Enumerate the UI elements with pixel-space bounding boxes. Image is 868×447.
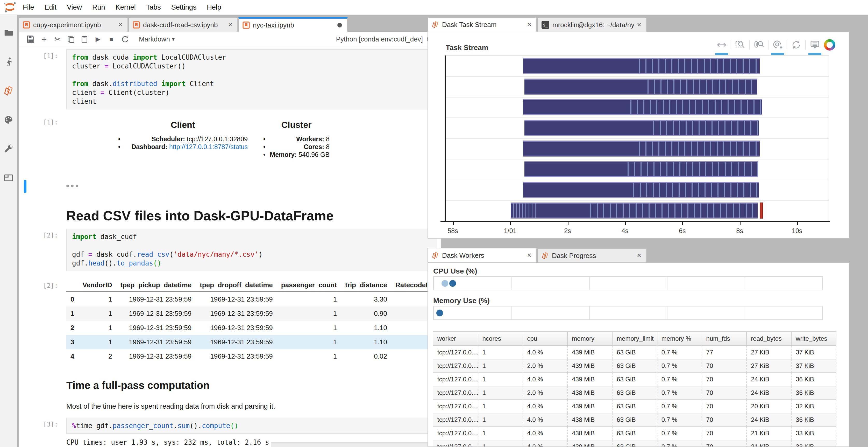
menu-edit[interactable]: Edit — [39, 3, 62, 11]
table-cell: 1.10 — [341, 321, 391, 335]
collapsed-markdown-cell[interactable] — [19, 180, 441, 193]
menu-view[interactable]: View — [62, 3, 87, 11]
tab-dask-workers[interactable]: Dask Workers✕ — [428, 248, 537, 262]
worker-column-header[interactable]: cpu — [523, 332, 568, 346]
dirty-indicator-icon[interactable] — [337, 23, 342, 28]
task-bar[interactable] — [511, 203, 757, 218]
menu-file[interactable]: File — [18, 3, 39, 11]
worker-column-header[interactable]: memory — [567, 332, 612, 346]
notebook-icon — [23, 21, 30, 29]
kernel-name-label[interactable]: Python [conda env:cudf_dev] — [336, 35, 423, 43]
close-icon[interactable]: ✕ — [117, 22, 124, 28]
task-bar[interactable] — [523, 141, 760, 157]
run-cell-button[interactable]: ▶ — [91, 33, 105, 45]
worker-cell: 2.0 % — [523, 359, 568, 372]
menu-settings[interactable]: Settings — [166, 3, 202, 11]
tab-dask-cudf-read-csv-ipynb[interactable]: dask-cudf-read-csv.ipynb✕ — [128, 18, 238, 32]
client-heading: Client — [118, 120, 248, 130]
open-tabs-icon[interactable] — [0, 168, 17, 188]
task-stream-plot[interactable]: 58s1/012s4s6s8s10s — [428, 32, 849, 238]
worker-cell: 70 — [702, 426, 747, 440]
copy-cells-button[interactable] — [64, 33, 78, 45]
menu-help[interactable]: Help — [202, 3, 226, 11]
table-cell: 1 — [78, 335, 116, 349]
list-item: •Workers: 8 — [263, 135, 330, 143]
save-button[interactable] — [24, 33, 37, 45]
worker-cell: 0.7 % — [657, 413, 702, 426]
code-editor-1[interactable]: from dask_cuda import LocalCUDAClustercl… — [66, 49, 437, 110]
x-tick-label: 58s — [447, 227, 458, 235]
task-bar[interactable] — [523, 182, 759, 198]
worker-column-header[interactable]: memory_limit — [612, 332, 657, 346]
red-task-bar[interactable] — [760, 203, 763, 218]
worker-cell: 27 KiB — [746, 346, 791, 359]
tab-nyc-taxi-ipynb[interactable]: nyc-taxi.ipynb — [238, 17, 348, 32]
restart-kernel-button[interactable] — [118, 33, 132, 45]
worker-cell: tcp://127.0.0.... — [433, 399, 478, 413]
cpu-dot[interactable] — [441, 280, 448, 287]
cpu-use-plot[interactable] — [433, 276, 823, 290]
memory-use-title: Memory Use (%) — [433, 297, 490, 305]
worker-column-header[interactable]: ncores — [478, 332, 523, 346]
worker-cell: 37 KiB — [791, 359, 836, 372]
cluster-heading: Cluster — [263, 120, 330, 130]
paste-cells-button[interactable] — [78, 33, 91, 45]
cell-collapser-bar[interactable] — [24, 180, 26, 193]
memory-dot[interactable] — [436, 309, 443, 316]
close-icon[interactable]: ✕ — [636, 252, 643, 259]
worker-cell: 1 — [478, 399, 523, 413]
worker-column-header[interactable]: memory % — [657, 332, 702, 346]
dask-sidebar-icon[interactable] — [0, 80, 17, 101]
worker-column-header[interactable]: write_bytes — [791, 332, 836, 346]
task-bar[interactable] — [524, 161, 758, 177]
running-sessions-icon[interactable] — [0, 51, 17, 72]
workers-tabbar: Dask Workers✕Dask Progress✕ — [428, 246, 849, 262]
close-icon[interactable]: ✕ — [526, 21, 533, 28]
cpu-dot[interactable] — [449, 280, 456, 287]
task-bar[interactable] — [523, 58, 760, 74]
command-palette-icon[interactable] — [0, 110, 17, 130]
table-row: 011969-12-31 23:59:591969-12-31 23:59:59… — [66, 292, 441, 306]
collapsed-cell-dots[interactable] — [66, 180, 441, 187]
table-cell: 0.90 — [341, 306, 391, 321]
menu-tabs[interactable]: Tabs — [141, 3, 166, 11]
close-icon[interactable]: ✕ — [526, 252, 533, 259]
worker-cell: 63 GiB — [612, 372, 657, 386]
memory-use-plot[interactable] — [433, 306, 823, 320]
tab-dask-task-stream[interactable]: Dask Task Stream✕ — [428, 17, 537, 32]
notebook-toolbar: + ✂ ▶ ■ Markdown ▾ Python [conda — [19, 32, 441, 47]
dataframe-output: VendorIDtpep_pickup_datetimetpep_dropoff… — [66, 279, 441, 363]
worker-cell: 20 KiB — [746, 399, 791, 413]
menu-run[interactable]: Run — [87, 3, 111, 11]
worker-column-header[interactable]: read_bytes — [746, 332, 791, 346]
worker-cell: 70 — [702, 386, 747, 399]
add-cell-button[interactable]: + — [37, 33, 51, 45]
task-bar[interactable] — [524, 79, 757, 95]
tab-mrocklin-dgx16-data-ny[interactable]: $_mrocklin@dgx16: ~/data/ny✕ — [537, 18, 647, 32]
worker-column-header[interactable]: num_fds — [702, 332, 747, 346]
cell-type-dropdown[interactable]: Markdown ▾ — [139, 35, 175, 43]
dashboard-link[interactable]: http://127.0.0.1:8787/status — [169, 143, 248, 150]
notebook-panel: cupy-experiment.ipynb✕dask-cudf-read-csv… — [19, 15, 441, 447]
task-stream-panel: Task Stream — [428, 32, 849, 239]
worker-cell: 438 MiB — [567, 426, 612, 440]
code-editor-3[interactable]: %time gdf.passenger_count.sum().compute(… — [66, 418, 437, 434]
worker-cell: 1 — [478, 359, 523, 372]
menu-kernel[interactable]: Kernel — [111, 3, 141, 11]
file-browser-icon[interactable] — [0, 22, 17, 43]
tab-dask-progress[interactable]: Dask Progress✕ — [537, 248, 647, 262]
notebook-icon — [243, 22, 250, 29]
close-icon[interactable]: ✕ — [227, 22, 234, 28]
output-prompt-2: [2]: — [19, 282, 62, 289]
worker-column-header[interactable]: worker — [433, 332, 478, 346]
task-bar[interactable] — [523, 99, 762, 115]
output-cell-1: [1]: Client •Scheduler: tcp://127.0.0.1:… — [19, 116, 441, 177]
cut-cells-button[interactable]: ✂ — [51, 33, 64, 45]
close-icon[interactable]: ✕ — [636, 22, 643, 28]
task-bar[interactable] — [524, 120, 758, 136]
task-stream-tabbar: Dask Task Stream✕$_mrocklin@dgx16: ~/dat… — [428, 15, 849, 32]
code-editor-2[interactable]: import dask_cudf gdf = dask_cudf.read_cs… — [66, 229, 437, 271]
property-inspector-icon[interactable] — [0, 139, 17, 159]
tab-cupy-experiment-ipynb[interactable]: cupy-experiment.ipynb✕ — [19, 18, 128, 32]
stop-kernel-button[interactable]: ■ — [105, 33, 118, 45]
